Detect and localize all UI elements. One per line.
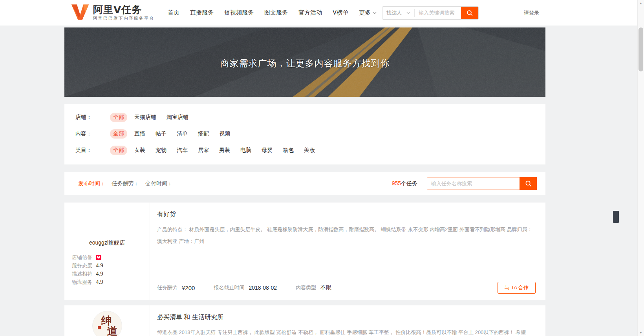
seal-stamp-icon	[98, 326, 101, 329]
rating-value: 4.9	[96, 279, 103, 285]
content-type-value: 不限	[320, 284, 331, 291]
task-details: 必买清单 和 生活研究所 绅道衣品 2013年入驻天猫 专注男士西裤， 此款版型…	[150, 305, 545, 336]
logo-subtitle: 阿里巴巴旗下内容服务平台	[93, 16, 154, 21]
task-details: 有好货 产品的特点： 材质外面是头层，内里头层牛皮。 鞋底是橡胶防滑大底，防滑指…	[150, 203, 545, 300]
filter-option[interactable]: 宠物	[152, 146, 170, 155]
search-button[interactable]	[461, 6, 478, 20]
filter-options-content: 全部直播帖子清单搭配视频	[110, 129, 237, 139]
filter-row-content: 内容： 全部直播帖子清单搭配视频	[75, 126, 545, 142]
filter-option[interactable]: 女装	[131, 146, 148, 155]
chevron-down-icon	[373, 12, 377, 14]
shop-logo-character: 道	[107, 324, 118, 336]
rating-value: 4.9	[96, 270, 103, 277]
filter-label: 类目：	[75, 147, 110, 154]
global-search: 找达人	[382, 6, 479, 20]
filter-options-shop: 全部天猫店铺淘宝店铺	[110, 113, 196, 122]
nav-link[interactable]: 图文服务	[264, 9, 288, 16]
nav-more-menu[interactable]: 更多	[359, 9, 377, 16]
site-logo[interactable]: 阿里Ⅴ任务 阿里巴巴旗下内容服务平台	[71, 4, 154, 22]
filter-option[interactable]: 全部	[110, 129, 127, 139]
sort-by-publish-time[interactable]: 发布时间 ↓	[78, 180, 104, 187]
filter-option[interactable]: 全部	[110, 146, 127, 155]
cooperate-button[interactable]: 与 TA 合作	[498, 282, 536, 294]
filter-option[interactable]: 天猫店铺	[131, 113, 159, 122]
deadline-label: 报名截止时间	[214, 284, 244, 291]
search-category-label: 找达人	[386, 9, 402, 16]
search-icon	[525, 180, 532, 187]
scrollbar-thumb[interactable]	[639, 27, 643, 71]
scroll-up-arrow-icon[interactable]: ▲	[638, 0, 644, 7]
chevron-down-icon	[406, 12, 410, 14]
reputation-label: 店铺信誉	[72, 254, 92, 261]
task-description: 绅道衣品 2013年入驻天猫 专注男士西裤， 此款版型 宽松舒适 不勒档， 面料…	[157, 327, 533, 336]
tmall-badge-icon	[96, 255, 101, 260]
shop-logo[interactable]: 绅 道	[92, 311, 122, 336]
main-nav: 首页直播服务短视频服务图文服务官方活动Ⅴ榜单	[168, 9, 348, 16]
nav-link[interactable]: 直播服务	[190, 9, 214, 16]
task-card: 绅 道 必买清单 和 生活研究所 绅道衣品 2013年入驻天猫 专注男士西裤， …	[64, 305, 545, 336]
floating-side-widget[interactable]	[613, 211, 619, 223]
arrow-down-icon: ↓	[101, 181, 104, 186]
filter-option[interactable]: 汽车	[174, 146, 191, 155]
filter-option[interactable]: 淘宝店铺	[163, 113, 192, 122]
filter-option[interactable]: 居家	[195, 146, 212, 155]
sort-label: 交付时间	[145, 180, 167, 187]
task-card: eouggzl旗舰店 店铺信誉 服务态度 4.9 描述相符 4.9	[64, 203, 545, 300]
nav-more-label: 更多	[359, 9, 371, 16]
rating-label: 服务态度	[72, 262, 92, 269]
filter-option[interactable]: 箱包	[280, 146, 297, 155]
filter-option[interactable]: 视频	[216, 129, 233, 139]
rating-row: 描述相符 4.9	[72, 270, 150, 278]
pay-label: 任务酬劳	[157, 284, 177, 291]
nav-link[interactable]: 短视频服务	[224, 9, 254, 16]
arrow-down-icon: ↓	[135, 181, 138, 186]
task-description: 产品的特点： 材质外面是头层，内里头层牛皮。 鞋底是橡胶防滑大底，防滑指数高，耐…	[157, 224, 533, 247]
task-title[interactable]: 必买清单 和 生活研究所	[157, 313, 536, 321]
filter-panel: 店铺： 全部天猫店铺淘宝店铺 内容： 全部直播帖子清单搭配视频 类目： 全部女装…	[64, 104, 545, 164]
sort-by-reward[interactable]: 任务酬劳 ↓	[112, 180, 138, 187]
rating-label: 描述相符	[72, 270, 92, 278]
filter-option[interactable]: 美妆	[301, 146, 318, 155]
shop-ratings: 店铺信誉 服务态度 4.9 描述相符 4.9 物流服务	[72, 253, 150, 286]
filter-option[interactable]: 电脑	[237, 146, 254, 155]
rating-row: 服务态度 4.9	[72, 261, 150, 270]
filter-option[interactable]: 帖子	[152, 129, 170, 139]
task-search-input[interactable]	[427, 177, 520, 190]
filter-row-shop: 店铺： 全部天猫店铺淘宝店铺	[75, 109, 545, 126]
content-type-label: 内容类型	[296, 284, 316, 291]
filter-option[interactable]: 直播	[131, 129, 148, 139]
search-category-dropdown[interactable]: 找达人	[382, 9, 415, 17]
shop-panel: eouggzl旗舰店 店铺信誉 服务态度 4.9 描述相符 4.9	[64, 203, 150, 300]
filter-row-category: 类目： 全部女装宠物汽车居家男装电脑母婴箱包美妆	[75, 142, 545, 159]
task-title[interactable]: 有好货	[157, 210, 536, 219]
scroll-down-arrow-icon[interactable]: ▼	[638, 329, 644, 336]
shop-reputation-row: 店铺信誉	[72, 253, 150, 261]
v-logo-icon	[71, 4, 90, 22]
vertical-scrollbar[interactable]: ▲ ▼	[637, 0, 644, 336]
rating-value: 4.9	[96, 262, 103, 269]
rating-row: 物流服务 4.9	[72, 278, 150, 286]
sort-by-delivery-time[interactable]: 交付时间 ↓	[145, 180, 171, 187]
nav-link[interactable]: 首页	[168, 9, 179, 16]
sort-bar: 发布时间 ↓ 任务酬劳 ↓ 交付时间 ↓ 955个任务	[64, 172, 545, 195]
filter-option[interactable]: 搭配	[195, 129, 212, 139]
filter-option[interactable]: 男装	[216, 146, 233, 155]
top-navbar: 阿里Ⅴ任务 阿里巴巴旗下内容服务平台 首页直播服务短视频服务图文服务官方活动Ⅴ榜…	[0, 0, 644, 26]
nav-link[interactable]: 官方活动	[298, 9, 322, 16]
task-search	[427, 177, 537, 190]
task-count-number: 955	[392, 180, 401, 186]
keyword-search-input[interactable]	[415, 10, 461, 16]
task-meta: 任务酬劳 ¥200 报名截止时间 2018-08-02 内容类型 不限	[157, 282, 536, 294]
filter-label: 内容：	[75, 130, 110, 137]
filter-option[interactable]: 清单	[174, 129, 191, 139]
filter-label: 店铺：	[75, 114, 110, 121]
filter-option[interactable]: 母婴	[258, 146, 276, 155]
nav-link[interactable]: Ⅴ榜单	[333, 9, 348, 16]
login-link[interactable]: 请登录	[524, 9, 539, 16]
task-search-button[interactable]	[520, 177, 537, 190]
filter-options-category: 全部女装宠物汽车居家男装电脑母婴箱包美妆	[110, 146, 322, 155]
deadline-value: 2018-08-02	[249, 285, 277, 291]
hero-banner: 商家需求广场，让更多内容服务方找到你	[64, 27, 545, 97]
shop-name[interactable]: eouggzl旗舰店	[64, 239, 150, 247]
filter-option[interactable]: 全部	[110, 113, 127, 122]
